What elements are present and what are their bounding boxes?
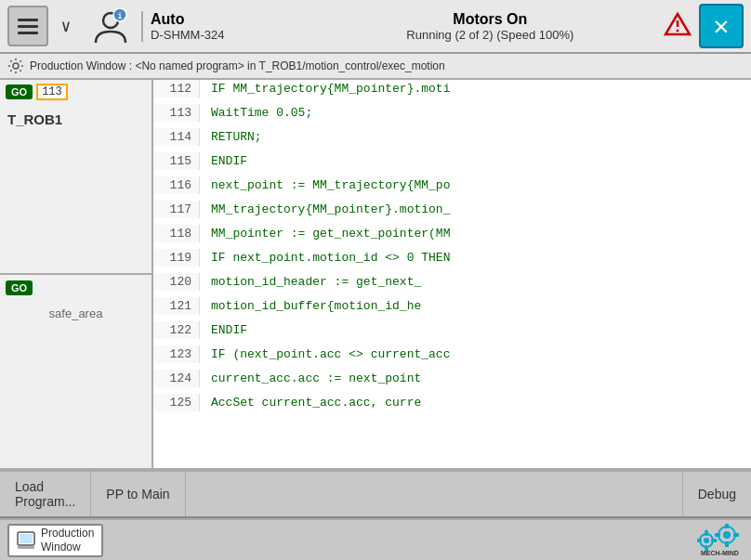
production-window-text: Production Window xyxy=(41,527,94,553)
status-bar: Production Window xyxy=(0,518,751,560)
svg-point-11 xyxy=(704,538,709,543)
line-number: 122 xyxy=(153,321,200,339)
go-row-bottom: GO xyxy=(0,275,152,299)
production-window-button[interactable]: Production Window xyxy=(7,524,103,557)
svg-rect-23 xyxy=(725,541,729,547)
code-row: 115 ENDIF xyxy=(153,152,751,176)
svg-rect-25 xyxy=(733,533,739,537)
code-row: 113 WaitTime 0.05; xyxy=(153,104,751,128)
code-row: 116 next_point := MM_trajectory{MM_po xyxy=(153,176,751,201)
menu-icon-line3 xyxy=(18,32,38,34)
svg-rect-8 xyxy=(20,534,33,543)
svg-rect-22 xyxy=(725,524,729,528)
code-content: IF next_point.motion_id <> 0 THEN xyxy=(200,249,751,267)
toolbar-right: ✕ xyxy=(664,4,744,48)
device-info: Auto D-SHMM-324 xyxy=(141,11,317,42)
code-content: ENDIF xyxy=(200,152,751,170)
load-program-button[interactable]: Load Program... xyxy=(0,472,91,516)
code-row: 112 IF MM_trajectory{MM_pointer}.moti xyxy=(153,80,751,104)
user-button[interactable]: i xyxy=(87,6,134,46)
svg-rect-24 xyxy=(715,533,720,537)
code-content: AccSet current_acc.acc, curre xyxy=(200,394,751,411)
line-number: 112 xyxy=(153,80,200,98)
svg-text:i: i xyxy=(117,12,123,21)
svg-point-21 xyxy=(723,531,731,539)
line-number: 124 xyxy=(153,370,200,387)
code-content: MM_trajectory{MM_pointer}.motion_ xyxy=(200,201,751,218)
code-content: ENDIF xyxy=(200,321,751,339)
t-rob1-label: T_ROB1 xyxy=(0,104,152,135)
line-number: 120 xyxy=(153,273,200,291)
code-row: 124 current_acc.acc := next_point xyxy=(153,370,751,394)
svg-rect-16 xyxy=(705,528,709,533)
chevron-down-button[interactable]: ∨ xyxy=(52,6,80,46)
breadcrumb: Production Window : <No named program> i… xyxy=(0,54,751,80)
svg-point-6 xyxy=(13,63,19,69)
menu-icon-line2 xyxy=(18,25,38,28)
safe-area-section: GO safe_area xyxy=(0,275,152,468)
line-number: 118 xyxy=(153,225,200,242)
pp-to-main-button[interactable]: PP to Main xyxy=(91,472,185,516)
code-row: 114 RETURN; xyxy=(153,128,751,152)
line-number: 121 xyxy=(153,297,200,315)
go-row-top: GO 113 xyxy=(0,80,152,104)
svg-rect-9 xyxy=(18,546,34,549)
svg-text:MECH-MIND: MECH-MIND xyxy=(701,550,739,556)
code-content: motion_id_buffer{motion_id_he xyxy=(200,297,751,315)
svg-rect-17 xyxy=(713,538,718,542)
code-panel: 112 IF MM_trajectory{MM_pointer}.moti113… xyxy=(153,80,751,468)
t-rob1-section: GO 113 T_ROB1 xyxy=(0,80,152,275)
code-content: motion_id_header := get_next_ xyxy=(200,273,751,291)
go-badge-top: GO xyxy=(6,85,33,99)
left-panel: GO 113 T_ROB1 GO safe_area xyxy=(0,80,153,468)
line-number: 113 xyxy=(153,104,200,122)
code-content: next_point := MM_trajectory{MM_po xyxy=(200,176,751,194)
code-content: WaitTime 0.05; xyxy=(200,104,751,122)
close-button[interactable]: ✕ xyxy=(699,4,744,48)
code-row: 120 motion_id_header := get_next_ xyxy=(153,273,751,297)
go-badge-bottom: GO xyxy=(6,280,33,295)
production-window-icon xyxy=(17,531,35,550)
line-number: 125 xyxy=(153,394,200,411)
line-number: 117 xyxy=(153,201,200,218)
line-highlight-box: 113 xyxy=(36,84,68,100)
code-row: 119 IF next_point.motion_id <> 0 THEN xyxy=(153,249,751,273)
code-row: 122 ENDIF xyxy=(153,321,751,345)
device-label: D-SHMM-324 xyxy=(151,28,317,42)
line-number: 119 xyxy=(153,249,200,267)
menu-button[interactable] xyxy=(7,6,48,46)
code-row: 121 motion_id_buffer{motion_id_he xyxy=(153,297,751,321)
settings-icon xyxy=(7,58,24,74)
svg-point-5 xyxy=(677,29,679,32)
code-content: RETURN; xyxy=(200,128,751,146)
mode-label: Auto xyxy=(151,11,317,28)
running-status: Running (2 of 2) (Speed 100%) xyxy=(324,28,656,42)
menu-icon-line1 xyxy=(18,19,38,21)
line-number: 116 xyxy=(153,176,200,194)
status-info: Motors On Running (2 of 2) (Speed 100%) xyxy=(324,11,656,42)
code-content: current_acc.acc := next_point xyxy=(200,370,751,387)
mech-mind-logo: MECH-MIND xyxy=(697,524,744,557)
user-icon: i xyxy=(92,7,129,45)
code-row: 118 MM_pointer := get_next_pointer(MM xyxy=(153,225,751,249)
line-number: 123 xyxy=(153,345,200,363)
code-content: IF MM_trajectory{MM_pointer}.moti xyxy=(200,80,751,98)
code-row: 117 MM_trajectory{MM_pointer}.motion_ xyxy=(153,201,751,225)
motors-status: Motors On xyxy=(324,11,656,28)
safe-area-label: safe_area xyxy=(0,299,152,328)
line-number: 115 xyxy=(153,152,200,170)
bottom-toolbar: Load Program... PP to Main Debug xyxy=(0,470,751,518)
debug-button[interactable]: Debug xyxy=(682,472,751,516)
code-content: MM_pointer := get_next_pointer(MM xyxy=(200,225,751,242)
code-content: IF (next_point.acc <> current_acc xyxy=(200,345,751,363)
main-content: GO 113 T_ROB1 GO safe_area 112 IF MM_tra… xyxy=(0,80,751,470)
line-number: 114 xyxy=(153,128,200,146)
code-lines: 112 IF MM_trajectory{MM_pointer}.moti113… xyxy=(153,80,751,418)
code-row: 123 IF (next_point.acc <> current_acc xyxy=(153,345,751,370)
signal-icon xyxy=(664,10,692,43)
gear-icon: MECH-MIND xyxy=(697,524,744,557)
top-toolbar: ∨ i Auto D-SHMM-324 Motors On Running (2… xyxy=(0,0,751,54)
code-row: 125 AccSet current_acc.acc, curre xyxy=(153,394,751,418)
breadcrumb-text: Production Window : <No named program> i… xyxy=(30,59,445,72)
